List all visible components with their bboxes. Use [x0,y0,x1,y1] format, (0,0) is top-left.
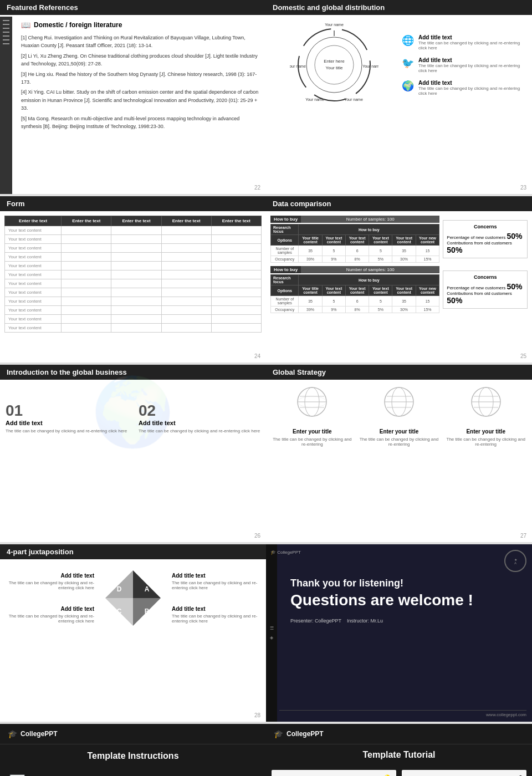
info-desc-2: The title can be changed by clicking and… [418,63,526,73]
slide-22-header: Featured References [0,0,266,15]
table-cell [161,288,211,297]
svg-text:Your name: Your name [344,98,363,101]
options-header: Options [271,235,299,246]
page-num-26: 26 [254,533,260,539]
svg-text:C: C [117,607,122,615]
info-desc-3: The title can be changed by clicking and… [418,86,526,96]
info-title-3: Add title text [418,80,526,86]
item-1-desc: The title can be changed by clicking and… [6,428,127,433]
slide-27: Global Strategy Enter your titl [266,365,532,542]
form-header-row: Enter the text Enter the text Enter the … [5,216,262,226]
stamp-text: ★A [514,558,517,565]
table-row: Your text content [5,306,262,315]
table-cell [111,235,161,244]
ref-item: [5] Ma Gong. Research on multi-objective… [21,115,259,131]
concerns-line2-2: Contributions from old customers 50% [447,291,524,305]
slide-29-logo: 🎓 CollegePPT [270,549,301,555]
svg-text:Your name: Your name [362,64,378,68]
comparison-table-2: Research focus How to buy Options Your t… [270,274,439,313]
item-bottom-right: Add title text The title can be changed … [172,606,260,624]
val2-2-4: 5% [369,307,392,313]
table-cell: Your text content [5,315,62,324]
item-2-desc: The title can be changed by clicking and… [139,428,260,433]
table2-header: How to buy Number of samples: 100 [270,266,439,273]
table-cell [211,244,261,253]
globe-svg-2 [382,385,416,418]
val2-2-6: 15% [416,307,439,313]
slide-28-content: Add title text The title can be changed … [0,559,266,637]
table-cell: Your text content [5,253,62,262]
table-cell [111,324,161,333]
col2-h4: Your text content [369,285,392,296]
val-2-1: 39% [299,256,322,263]
occupancy-label: Occupancy [271,256,299,263]
col-h6: Your new content [416,235,439,246]
circle-diagram: Enter here Your title Your name Your nam… [272,21,396,109]
concerns-title-1: Concerns [447,224,524,229]
svg-text:B: B [145,607,150,615]
table-cell [62,315,111,324]
tr-title: Add title text [172,573,260,579]
table-row: Your text content [5,270,262,279]
val2-2-5: 30% [392,307,416,313]
val2-1-3: 6 [345,296,369,307]
table2-row-research: Research focus How to buy [271,275,439,285]
ref-item: [3] He Ling xiu. Read the history of the… [21,70,259,86]
slide-26-items: 01 Add title text The title can be chang… [6,385,260,433]
table-cell [62,279,111,288]
concerns-pct1-2: 50% [507,282,522,291]
slide-29-inner: 🎓 CollegePPT ★A Thank you for listening!… [279,544,532,635]
table-cell [111,288,161,297]
table-cell [111,306,161,315]
svg-marker-27 [133,570,161,598]
logo-icon-30: 🎓 [8,729,17,738]
val-2-3: 8% [345,256,369,263]
concerns-line1-1: Percentage of new customers 50% [447,232,524,241]
table-cell [62,253,111,262]
table1-row-1: Number of samples 35 5 6 5 35 15 [271,246,439,256]
table-cell [111,244,161,253]
concerns-title-2: Concerns [447,274,524,280]
slide-27-content: Enter your title The title can be change… [266,380,532,458]
options-header-2: Options [271,285,299,296]
concerns-box-2: Concerns Percentage of new customers 50%… [443,270,528,309]
sidebar-line [3,24,9,25]
table-cell [161,235,211,244]
table-cell [161,306,211,315]
slide-26: Introduction to the global business 🌍 01… [0,365,266,542]
col-header-5: Enter the text [211,216,261,226]
table-cell [62,226,111,235]
col-h5: Your text content [392,235,416,246]
val-2-2: 9% [322,256,345,263]
concerns-pct1-1: 50% [507,232,522,241]
slide-27-header: Global Strategy [266,365,532,380]
globe-icon-item-2 [382,385,416,425]
thank-content: Thank you for listening! Questions are w… [279,544,532,635]
table-cell [211,324,261,333]
val2-2-2: 9% [322,307,345,313]
slide-23-right: 🌐 Add title text The title can be change… [402,21,526,109]
how-to-buy-label: How to buy [299,224,439,235]
svg-text:Your name: Your name [325,23,344,27]
center-diagram: D A C B [100,565,166,631]
logo-text-31: CollegePPT [287,730,324,738]
col-header-1: Enter the text [5,216,62,226]
table-cell [161,279,211,288]
comparison-table-1: Research focus How to buy Options Your t… [270,224,439,263]
col2-h2: Your text content [322,285,345,296]
col-header-2: Enter the text [62,216,111,226]
bl-title: Add title text [6,606,94,612]
col2-h1: Your title content [299,285,322,296]
website-url: www.collegeppt.com [486,712,526,717]
val-1-1: 35 [299,246,322,256]
val2-2-3: 8% [345,307,369,313]
concerns-box-1: Concerns Percentage of new customers 50%… [443,220,528,258]
slide-31: 🎓 CollegePPT Template Tutorial 🖼 Image E… [266,724,532,776]
tl-desc: The title can be changed by clicking and… [6,580,94,590]
table-cell [111,270,161,279]
table-cell [161,226,211,235]
table-row: Your text content [5,226,262,235]
info-text-3: Add title text The title can be changed … [418,80,526,96]
ref-item: [4] Xi Ying. CAI Lu bitter. Study on the… [21,88,259,112]
table-row: Your text content [5,288,262,297]
